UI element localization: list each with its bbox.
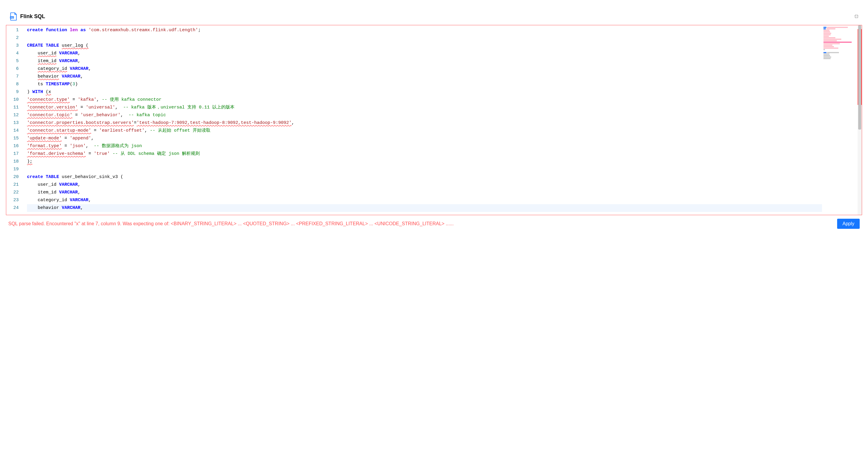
- svg-text:SQL: SQL: [11, 17, 14, 19]
- token-col: behavior: [38, 205, 59, 210]
- token-punct: =: [62, 144, 70, 149]
- code-content[interactable]: create function len as 'com.streamxhub.s…: [24, 25, 822, 215]
- footer: SQL parse failed. Encountered "x" at lin…: [6, 215, 862, 229]
- token-keyword: WITH: [32, 89, 43, 94]
- token-name: (x: [46, 89, 51, 94]
- code-line[interactable]: behavior VARCHAR,: [27, 204, 822, 212]
- token-col: category_id: [38, 198, 67, 203]
- vertical-scrollbar[interactable]: [858, 25, 862, 215]
- token-string: 'format.type': [27, 144, 62, 149]
- token-col: category_id: [38, 66, 67, 71]
- token-comment: -- 数据源格式为 json: [94, 144, 142, 149]
- code-line[interactable]: user_id VARCHAR,: [27, 181, 822, 189]
- line-number: 24: [6, 204, 24, 212]
- line-number-gutter: 1 2 3 4 5 6 7 8 9 10 11 12 13 14 15 16 1…: [6, 25, 24, 215]
- token-type: VARCHAR: [70, 66, 89, 71]
- token-punct: =: [134, 120, 136, 125]
- code-line[interactable]: CREATE TABLE user_log (: [27, 42, 822, 50]
- token-comment: -- 使用 kafka connector: [102, 97, 161, 102]
- token-string: 'true': [94, 151, 110, 156]
- token-keyword: as: [81, 28, 86, 33]
- line-number: 6: [6, 65, 24, 73]
- line-number: 3: [6, 42, 24, 50]
- code-line[interactable]: 'update-mode' = 'append',: [27, 135, 822, 142]
- token-number: 3: [72, 82, 75, 87]
- token-punct: =: [72, 113, 81, 118]
- token-col: item_id: [38, 190, 56, 195]
- token-keyword: create: [27, 28, 43, 33]
- token-col: user_id: [38, 51, 56, 56]
- token-punct: =: [78, 105, 86, 110]
- token-string: 'json': [70, 144, 86, 149]
- token-punct: =: [62, 136, 70, 141]
- code-line[interactable]: [27, 166, 822, 173]
- token-name: len: [70, 28, 78, 33]
- token-string: 'connector.properties.bootstrap.servers': [27, 120, 134, 125]
- token-keyword: create: [27, 174, 43, 179]
- code-line[interactable]: 'connector.version' = 'universal', -- ka…: [27, 104, 822, 111]
- apply-button[interactable]: Apply: [837, 219, 860, 229]
- fullscreen-exit-icon[interactable]: [854, 14, 859, 19]
- code-line[interactable]: 'connector.startup-mode' = 'earliest-off…: [27, 127, 822, 135]
- line-number: 4: [6, 50, 24, 57]
- sql-editor[interactable]: 1 2 3 4 5 6 7 8 9 10 11 12 13 14 15 16 1…: [6, 25, 862, 215]
- line-number: 18: [6, 158, 24, 166]
- token-punct: =: [91, 128, 99, 133]
- code-line[interactable]: 'connector.topic' = 'user_behavior', -- …: [27, 111, 822, 119]
- code-line[interactable]: 'format.type' = 'json', -- 数据源格式为 json: [27, 142, 822, 150]
- line-number: 14: [6, 127, 24, 135]
- line-number: 12: [6, 111, 24, 119]
- token-keyword: TABLE: [46, 174, 59, 179]
- token-punct: =: [70, 97, 78, 102]
- token-string: 'update-mode': [27, 136, 62, 141]
- token-keyword: function: [46, 28, 67, 33]
- token-string: 'connector.topic': [27, 113, 72, 118]
- token-string: 'test-hadoop-7:9092,test-hadoop-8:9092,t…: [136, 120, 291, 125]
- line-number: 1: [6, 26, 24, 34]
- token-name: user_log (: [62, 43, 89, 48]
- header: SQL Flink SQL: [6, 12, 862, 25]
- code-line[interactable]: ) WITH (x: [27, 88, 822, 96]
- token-col: behavior: [38, 74, 59, 79]
- line-number: 22: [6, 189, 24, 196]
- scrollbar-thumb[interactable]: [858, 25, 861, 130]
- token-punct: =: [86, 151, 94, 156]
- token-type: TIMESTAMP: [46, 82, 70, 87]
- code-line[interactable]: create function len as 'com.streamxhub.s…: [27, 26, 822, 34]
- code-line[interactable]: item_id VARCHAR,: [27, 57, 822, 65]
- token-type: VARCHAR: [59, 182, 78, 187]
- line-number: 8: [6, 81, 24, 88]
- token-punct: ): [27, 89, 30, 94]
- token-string: 'user_behavior': [81, 113, 121, 118]
- token-col: item_id: [38, 59, 56, 64]
- token-comment: -- kafka topic: [128, 113, 166, 118]
- code-line[interactable]: behavior VARCHAR,: [27, 73, 822, 81]
- token-comment: -- 从起始 offset 开始读取: [150, 128, 211, 133]
- code-line[interactable]: category_id VARCHAR,: [27, 65, 822, 73]
- code-line[interactable]: 'format.derive-schema' = 'true' -- 从 DDL…: [27, 150, 822, 158]
- token-type: VARCHAR: [59, 51, 78, 56]
- code-line[interactable]: 'connector.type' = 'kafka', -- 使用 kafka …: [27, 96, 822, 104]
- line-number: 2: [6, 34, 24, 42]
- code-line[interactable]: ts TIMESTAMP(3): [27, 81, 822, 88]
- token-col: ts: [38, 82, 43, 87]
- token-keyword: CREATE: [27, 43, 43, 48]
- token-string: 'kafka': [78, 97, 96, 102]
- line-number: 21: [6, 181, 24, 189]
- code-line[interactable]: item_id VARCHAR,: [27, 189, 822, 196]
- code-line[interactable]: 'connector.properties.bootstrap.servers'…: [27, 119, 822, 127]
- token-string: 'universal': [86, 105, 115, 110]
- code-line[interactable]: user_id VARCHAR,: [27, 50, 822, 57]
- token-comment: -- 从 DDL schema 确定 json 解析规则: [113, 151, 200, 156]
- token-type: VARCHAR: [59, 190, 78, 195]
- minimap[interactable]: [822, 25, 858, 215]
- line-number: 11: [6, 104, 24, 111]
- page-title: Flink SQL: [20, 13, 45, 20]
- code-line[interactable]: category_id VARCHAR,: [27, 196, 822, 204]
- token-type: VARCHAR: [62, 205, 81, 210]
- error-message: SQL parse failed. Encountered "x" at lin…: [8, 221, 834, 226]
- code-line[interactable]: );: [27, 158, 822, 166]
- code-line[interactable]: create TABLE user_behavior_sink_v3 (: [27, 173, 822, 181]
- line-number: 10: [6, 96, 24, 104]
- code-line[interactable]: [27, 34, 822, 42]
